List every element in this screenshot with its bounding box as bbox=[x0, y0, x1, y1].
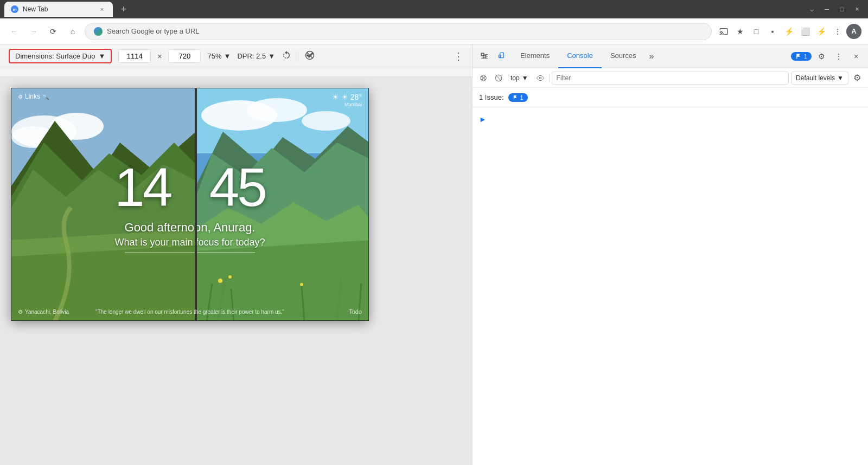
back-button[interactable]: ← bbox=[7, 24, 22, 39]
svg-point-26 bbox=[228, 275, 232, 279]
toolbar-separator bbox=[549, 74, 550, 82]
svg-point-33 bbox=[481, 75, 487, 81]
issues-count-badge[interactable]: 1 bbox=[508, 93, 528, 102]
console-content[interactable]: ► bbox=[473, 107, 868, 465]
minimize-button[interactable]: ─ bbox=[820, 3, 833, 16]
tab-elements[interactable]: Elements bbox=[512, 44, 558, 68]
no-throttling-icon[interactable] bbox=[305, 50, 315, 62]
console-no-messages-button[interactable] bbox=[492, 72, 505, 85]
more-tabs-button[interactable]: » bbox=[645, 44, 659, 68]
device-bottom-bar: ⚙ Yanacachi, Bolivia "The longer we dwel… bbox=[11, 303, 368, 320]
device-selector[interactable]: Dimensions: Surface Duo ▼ bbox=[9, 49, 112, 63]
forward-button[interactable]: → bbox=[26, 24, 41, 39]
links-search-icon: 🔍 bbox=[42, 94, 49, 100]
device-mode-button[interactable] bbox=[494, 49, 509, 64]
location-icon: ⚙ bbox=[18, 309, 23, 315]
devtools-more-button[interactable]: ⋮ bbox=[831, 49, 846, 64]
more-icon: ⋮ bbox=[835, 52, 843, 61]
dpr-value: DPR: 2.5 bbox=[237, 52, 266, 60]
tab-close-button[interactable]: × bbox=[98, 5, 106, 14]
device-selector-arrow: ▼ bbox=[98, 52, 105, 60]
bookmark-star-icon[interactable]: ★ bbox=[732, 24, 748, 39]
device-toolbar: Dimensions: Surface Duo ▼ × 75% ▼ DPR: 2… bbox=[0, 44, 472, 68]
console-entry[interactable]: ► bbox=[479, 112, 861, 126]
focus-underline bbox=[125, 253, 255, 253]
links-icon: ⚙ bbox=[18, 94, 23, 100]
quote-text: "The longer we dwell on our misfortunes … bbox=[95, 309, 284, 315]
hour: 14 bbox=[114, 157, 170, 217]
svg-point-27 bbox=[300, 283, 303, 286]
console-settings-button[interactable]: ⚙ bbox=[851, 72, 864, 85]
more-options-button[interactable]: ⋮ bbox=[454, 50, 463, 62]
issues-label: 1 Issue: bbox=[479, 93, 504, 101]
clock-time: 14 45 bbox=[54, 156, 326, 218]
minute: 45 bbox=[209, 157, 265, 217]
extension2-icon[interactable]: ▪ bbox=[765, 24, 780, 39]
responsive-icon[interactable]: ⬜ bbox=[797, 24, 813, 39]
weather-widget: ☀ ☀ 28° Mumbai bbox=[332, 93, 362, 107]
extensions-icon[interactable]: ⚡ bbox=[781, 24, 796, 39]
title-bar: m New Tab × + ⌵ ─ □ × bbox=[0, 0, 868, 18]
new-tab-button[interactable]: + bbox=[117, 3, 130, 16]
restore-down-button[interactable]: ⌵ bbox=[805, 3, 818, 16]
issues-count: 1 bbox=[520, 94, 524, 101]
links-button[interactable]: ⚙ Links 🔍 bbox=[18, 93, 49, 100]
home-button[interactable]: ⌂ bbox=[65, 24, 80, 39]
todo-button[interactable]: Todo bbox=[349, 308, 362, 315]
maximize-button[interactable]: □ bbox=[835, 3, 848, 16]
cast-icon[interactable] bbox=[716, 24, 731, 39]
rotate-button[interactable] bbox=[282, 50, 291, 62]
issues-badge-count: 1 bbox=[804, 53, 807, 60]
address-input[interactable]: Search Google or type a URL bbox=[85, 23, 712, 40]
devtools-settings-button[interactable]: ⚙ bbox=[814, 49, 829, 64]
device-content-area: ⚙ Links 🔍 ☀ ☀ 28° Mumbai 14 bbox=[0, 77, 472, 465]
svg-point-14 bbox=[302, 111, 350, 131]
inspect-element-button[interactable] bbox=[477, 49, 492, 64]
browser-tab[interactable]: m New Tab × bbox=[4, 2, 113, 17]
svg-rect-30 bbox=[481, 53, 484, 56]
expand-arrow-icon[interactable]: ► bbox=[479, 115, 487, 124]
extensions-more-icon[interactable]: ⚡ bbox=[814, 24, 829, 39]
console-clear-button[interactable] bbox=[477, 72, 490, 85]
zoom-selector[interactable]: 75% ▼ bbox=[207, 52, 231, 60]
links-label: Links bbox=[25, 93, 40, 100]
zoom-arrow: ▼ bbox=[224, 52, 231, 60]
horizontal-ruler bbox=[0, 68, 472, 77]
issues-badge[interactable]: 1 bbox=[791, 52, 812, 61]
devtools-close-button[interactable]: × bbox=[848, 49, 864, 64]
tab-console[interactable]: Console bbox=[558, 44, 602, 68]
console-context-selector[interactable]: top ▼ bbox=[507, 74, 532, 82]
console-eye-button[interactable] bbox=[534, 72, 547, 85]
extension-puzzle-icon[interactable]: □ bbox=[749, 24, 764, 39]
split-divider bbox=[195, 88, 197, 320]
site-favicon bbox=[94, 27, 103, 36]
weather-temp: ☀ ☀ 28° bbox=[332, 93, 362, 101]
close-window-button[interactable]: × bbox=[851, 3, 864, 16]
default-levels-selector[interactable]: Default levels ▼ bbox=[791, 72, 848, 85]
profile-button[interactable]: A bbox=[846, 24, 861, 39]
console-filter-input[interactable] bbox=[552, 72, 789, 85]
svg-point-25 bbox=[218, 279, 222, 283]
dpr-selector[interactable]: DPR: 2.5 ▼ bbox=[237, 52, 275, 60]
issues-flag-icon-small bbox=[513, 95, 518, 100]
tab-sources[interactable]: Sources bbox=[602, 44, 645, 68]
clock-overlay: 14 45 Good afternoon, Anurag. What is yo… bbox=[54, 156, 326, 253]
width-input[interactable] bbox=[118, 49, 151, 63]
location-text: Yanacachi, Bolivia bbox=[25, 309, 69, 315]
svg-line-35 bbox=[496, 75, 501, 80]
issues-bar: 1 Issue: 1 bbox=[473, 88, 868, 107]
height-input[interactable] bbox=[168, 49, 201, 63]
zoom-value: 75% bbox=[207, 52, 221, 60]
svg-point-36 bbox=[539, 77, 541, 79]
chrome-menu-icon[interactable]: ⋮ bbox=[830, 24, 845, 39]
devtools-panel: Elements Console Sources » 1 ⚙ bbox=[472, 44, 868, 465]
focus-text: What is your main focus for today? bbox=[54, 237, 326, 248]
main-layout: Dimensions: Surface Duo ▼ × 75% ▼ DPR: 2… bbox=[0, 44, 868, 465]
reload-button[interactable]: ⟳ bbox=[46, 24, 61, 39]
default-levels-arrow: ▼ bbox=[837, 74, 844, 82]
close-icon: × bbox=[854, 52, 858, 61]
address-text: Search Google or type a URL bbox=[107, 27, 200, 35]
separator bbox=[298, 51, 298, 62]
window-controls: ⌵ ─ □ × bbox=[805, 3, 864, 16]
context-arrow: ▼ bbox=[522, 74, 528, 82]
